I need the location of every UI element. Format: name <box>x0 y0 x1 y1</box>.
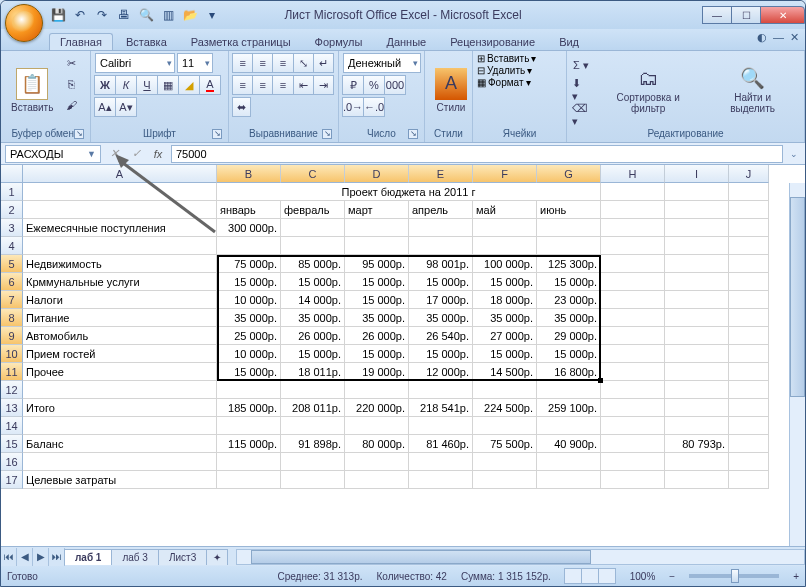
cell[interactable]: 35 000р. <box>473 309 537 327</box>
indent-inc-icon[interactable]: ⇥ <box>313 75 334 95</box>
cell[interactable]: Крммунальные услуги <box>23 273 217 291</box>
sheet-tab[interactable]: Лист3 <box>158 549 207 565</box>
column-header[interactable]: H <box>601 165 665 183</box>
cell[interactable] <box>601 453 665 471</box>
cell[interactable]: 15 000р. <box>473 273 537 291</box>
cell[interactable]: 224 500р. <box>473 399 537 417</box>
row-header[interactable]: 3 <box>1 219 23 237</box>
tab-data[interactable]: Данные <box>375 33 437 50</box>
fill-color-icon[interactable]: ◢ <box>178 75 200 95</box>
cell[interactable] <box>601 327 665 345</box>
cell[interactable]: апрель <box>409 201 473 219</box>
cell[interactable] <box>601 471 665 489</box>
sort-filter-button[interactable]: 🗂 Сортировка и фильтр <box>593 53 703 127</box>
cell[interactable]: 19 000р. <box>345 363 409 381</box>
cell[interactable] <box>665 345 729 363</box>
cell[interactable] <box>665 363 729 381</box>
cell[interactable] <box>601 255 665 273</box>
cell[interactable] <box>601 435 665 453</box>
align-left-icon[interactable]: ≡ <box>232 75 253 95</box>
cell[interactable]: Итого <box>23 399 217 417</box>
cell[interactable] <box>729 435 769 453</box>
inc-decimal-icon[interactable]: .0→ <box>342 97 364 117</box>
cell[interactable]: Прочее <box>23 363 217 381</box>
vertical-scrollbar[interactable] <box>789 183 805 546</box>
cell[interactable]: 29 000р. <box>537 327 601 345</box>
doc-close-icon[interactable]: ✕ <box>790 31 799 44</box>
tab-insert[interactable]: Вставка <box>115 33 178 50</box>
cell[interactable] <box>665 255 729 273</box>
cell[interactable] <box>345 381 409 399</box>
cell[interactable] <box>537 417 601 435</box>
row-header[interactable]: 4 <box>1 237 23 255</box>
column-header[interactable]: I <box>665 165 729 183</box>
column-header[interactable]: E <box>409 165 473 183</box>
cell[interactable] <box>217 237 281 255</box>
cell[interactable] <box>729 453 769 471</box>
cell[interactable] <box>537 453 601 471</box>
cell[interactable] <box>409 219 473 237</box>
cell[interactable]: 259 100р. <box>537 399 601 417</box>
cell[interactable]: 35 000р. <box>217 309 281 327</box>
sheet-tab[interactable]: лаб 1 <box>64 549 112 565</box>
cell[interactable] <box>729 273 769 291</box>
cell[interactable] <box>729 363 769 381</box>
maximize-button[interactable]: ☐ <box>731 6 761 24</box>
cell[interactable] <box>665 201 729 219</box>
cell[interactable]: 14 500р. <box>473 363 537 381</box>
cancel-fx-icon[interactable]: ✕ <box>105 145 123 163</box>
column-header[interactable]: A <box>23 165 217 183</box>
cell[interactable]: февраль <box>281 201 345 219</box>
tab-view[interactable]: Вид <box>548 33 590 50</box>
cell[interactable] <box>729 183 769 201</box>
cell[interactable]: 25 000р. <box>217 327 281 345</box>
cell[interactable]: 26 000р. <box>345 327 409 345</box>
cell[interactable] <box>23 237 217 255</box>
cell[interactable]: 15 000р. <box>281 345 345 363</box>
cell[interactable] <box>729 327 769 345</box>
worksheet-grid[interactable]: ABCDEFGHIJ1Проект бюджета на 2011 г2янва… <box>1 165 805 546</box>
cell[interactable] <box>409 237 473 255</box>
row-header[interactable]: 6 <box>1 273 23 291</box>
fill-icon[interactable]: ⬇ ▾ <box>571 80 591 100</box>
column-header[interactable]: D <box>345 165 409 183</box>
cell[interactable]: 80 000р. <box>345 435 409 453</box>
align-middle-icon[interactable]: ≡ <box>252 53 273 73</box>
sheet-tab[interactable]: лаб 3 <box>111 549 158 565</box>
row-header[interactable]: 1 <box>1 183 23 201</box>
zoom-slider[interactable] <box>689 574 779 578</box>
cell[interactable] <box>601 345 665 363</box>
save-icon[interactable]: 💾 <box>49 6 67 24</box>
minimize-ribbon-icon[interactable]: — <box>773 31 784 44</box>
cell[interactable]: май <box>473 201 537 219</box>
tab-layout[interactable]: Разметка страницы <box>180 33 302 50</box>
wrap-text-icon[interactable]: ↵ <box>313 53 334 73</box>
sheet-nav-last-icon[interactable]: ⏭ <box>49 548 65 566</box>
cell[interactable]: 115 000р. <box>217 435 281 453</box>
cell[interactable] <box>665 219 729 237</box>
cell[interactable] <box>729 219 769 237</box>
indent-dec-icon[interactable]: ⇤ <box>293 75 314 95</box>
cut-icon[interactable]: ✂ <box>61 53 81 73</box>
cell[interactable] <box>473 417 537 435</box>
border-icon[interactable]: ▦ <box>157 75 179 95</box>
cell[interactable] <box>345 417 409 435</box>
format-painter-icon[interactable]: 🖌 <box>61 95 81 115</box>
cell[interactable]: Проект бюджета на 2011 г <box>217 183 601 201</box>
cell[interactable] <box>729 309 769 327</box>
row-header[interactable]: 13 <box>1 399 23 417</box>
copy-icon[interactable]: ⎘ <box>61 74 81 94</box>
cell[interactable]: Налоги <box>23 291 217 309</box>
scroll-thumb[interactable] <box>790 197 805 397</box>
cell[interactable]: 85 000р. <box>281 255 345 273</box>
fx-icon[interactable]: fx <box>149 145 167 163</box>
cell[interactable] <box>601 381 665 399</box>
cell[interactable] <box>281 453 345 471</box>
cell[interactable]: Недвижимость <box>23 255 217 273</box>
autosum-icon[interactable]: Σ ▾ <box>571 55 591 75</box>
cell[interactable] <box>601 201 665 219</box>
enter-fx-icon[interactable]: ✓ <box>127 145 145 163</box>
cell[interactable] <box>665 453 729 471</box>
cell[interactable]: 100 000р. <box>473 255 537 273</box>
cells-format-button[interactable]: ▦Формат ▾ <box>477 77 562 88</box>
